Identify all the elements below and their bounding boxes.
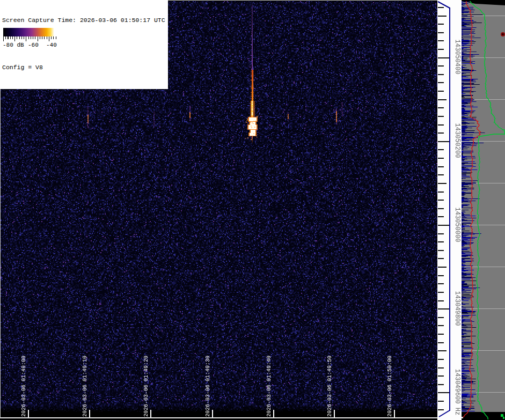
- freq-tick-label: 143050200: [453, 123, 460, 158]
- freq-tick-label: 143050000: [453, 208, 460, 242]
- colorbar-label-max: -40: [46, 42, 57, 48]
- time-axis-tick: [150, 410, 151, 417]
- time-tick-label: 2026-03-06 01:50:00: [387, 356, 393, 417]
- time-tick-label: 2026-03-06 01:49:20: [143, 356, 150, 417]
- freq-axis: 1430504001430502001430500001430498001430…: [437, 0, 462, 420]
- freq-tick-label: 143050400: [453, 40, 460, 75]
- colorbar-gradient: [3, 28, 58, 36]
- capture-time-line: Screen Capture Time: 2026-03-06 01:50:17…: [2, 17, 165, 25]
- colorbar-labels: -80 dB -60 -40: [1, 41, 60, 50]
- time-axis-tick: [28, 410, 29, 417]
- time-tick-label: 2026-03-06 01:49:30: [205, 356, 211, 417]
- colorbar: -80 dB -60 -40: [1, 26, 60, 51]
- spectrogram-screen: 1430504001430502001430500001430498001430…: [0, 0, 505, 420]
- freq-tick-label: 143049800: [453, 291, 460, 326]
- time-axis-tick: [334, 410, 335, 417]
- colorbar-label-min: -80 dB: [3, 42, 24, 48]
- time-axis-tick: [394, 410, 395, 417]
- freq-tick-label: 143049600 Hz: [453, 369, 460, 415]
- colorbar-label-mid: -60: [28, 42, 39, 48]
- time-tick-label: 2026-03-06 01:49:40: [266, 356, 273, 417]
- time-axis-tick: [89, 410, 90, 417]
- time-tick-label: 2026-03-06 01:49:50: [327, 356, 333, 417]
- time-axis-tick: [212, 410, 213, 417]
- time-tick-label: 2026-03-06 01:49:00: [21, 356, 27, 417]
- time-tick-label: 2026-03-06 01:49:10: [82, 356, 89, 417]
- time-axis-tick: [273, 410, 274, 417]
- spectrum-panel-canvas: [462, 0, 505, 420]
- colorbar-major-ticks: [3, 36, 58, 41]
- colorbar-ticks: [3, 36, 58, 41]
- config-line: Config = V8: [2, 64, 165, 72]
